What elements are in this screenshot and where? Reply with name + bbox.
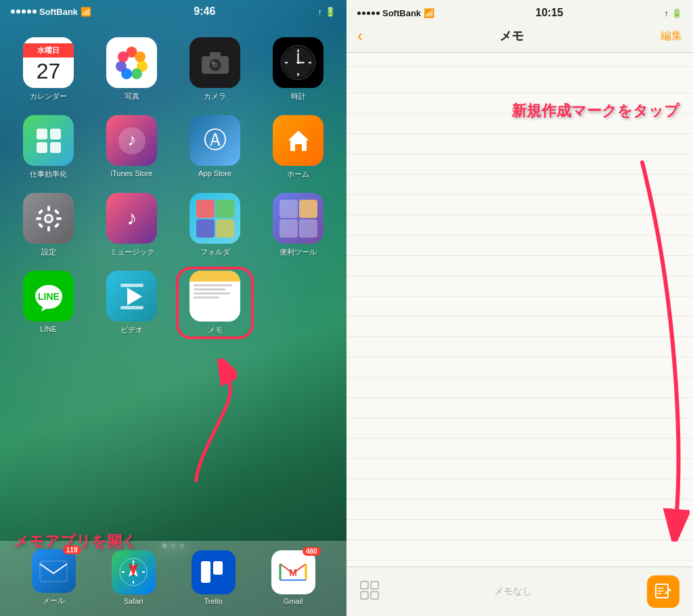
- svg-rect-62: [201, 561, 210, 583]
- svg-rect-66: [361, 581, 368, 589]
- work-icon: [23, 115, 74, 166]
- carrier-label: SoftBank: [39, 7, 78, 17]
- mail-icon: 119: [32, 549, 76, 593]
- app-folders[interactable]: フォルダ: [180, 193, 250, 257]
- svg-rect-42: [216, 200, 234, 218]
- notes-edit-button[interactable]: 編集: [661, 29, 682, 43]
- svg-rect-54: [40, 561, 67, 581]
- app-photos[interactable]: 写真: [97, 37, 166, 102]
- dock-safari[interactable]: Safari: [112, 550, 156, 605]
- camera-icon: [189, 37, 240, 88]
- svg-point-6: [118, 51, 129, 62]
- svg-rect-26: [50, 142, 61, 153]
- notes-nav-bar: ‹ メモ 編集: [346, 22, 693, 53]
- right-arrow-icon: ↑: [664, 8, 669, 18]
- app-appstore[interactable]: Ⓐ App Store: [180, 115, 250, 179]
- svg-text:LINE: LINE: [38, 291, 60, 302]
- video-label: ビデオ: [120, 325, 143, 335]
- svg-rect-41: [196, 200, 215, 218]
- notes-empty-label: メモなし: [494, 586, 532, 598]
- app-home[interactable]: ホーム: [263, 115, 333, 179]
- svg-text:M: M: [289, 567, 297, 578]
- svg-point-22: [297, 62, 300, 64]
- clock-label: 時計: [291, 91, 306, 102]
- video-icon: [106, 271, 157, 322]
- dock-gmail[interactable]: M 480 Gmail: [271, 550, 315, 605]
- app-video[interactable]: ビデオ: [97, 271, 166, 335]
- svg-rect-36: [37, 208, 43, 214]
- memo-highlight-border: [176, 267, 254, 339]
- svg-point-1: [135, 51, 146, 62]
- dock: 119 メール Safari: [0, 541, 346, 616]
- svg-rect-67: [371, 581, 378, 589]
- app-clock[interactable]: 時計: [263, 37, 333, 102]
- svg-rect-51: [120, 284, 143, 287]
- svg-rect-25: [37, 142, 47, 153]
- app-calendar[interactable]: 水曜日 27 カレンダー: [14, 37, 83, 102]
- svg-rect-68: [361, 592, 368, 599]
- svg-rect-37: [53, 208, 59, 214]
- gmail-icon: M 480: [271, 550, 315, 594]
- app-utility[interactable]: 便利ツール: [263, 193, 333, 257]
- svg-point-31: [46, 216, 51, 221]
- app-work[interactable]: 仕事効率化: [14, 115, 83, 179]
- svg-rect-23: [37, 129, 47, 139]
- notes-compose-button[interactable]: [647, 575, 679, 608]
- svg-marker-50: [127, 288, 142, 305]
- svg-rect-9: [210, 52, 221, 58]
- notes-grid-button[interactable]: [360, 581, 379, 602]
- home-icon: [273, 115, 323, 166]
- time-display: 9:46: [194, 5, 215, 18]
- line-label: LINE: [40, 325, 56, 333]
- calendar-date: 27: [37, 60, 61, 82]
- right-signal-icon: [357, 12, 380, 15]
- svg-rect-52: [120, 306, 143, 309]
- right-time: 10:15: [535, 7, 563, 19]
- settings-icon: [23, 193, 74, 244]
- svg-rect-38: [37, 222, 43, 227]
- app-settings[interactable]: 設定: [14, 193, 83, 257]
- photos-icon: [106, 37, 157, 88]
- appstore-icon: Ⓐ: [189, 115, 240, 166]
- signal-right-icon: ↑: [318, 7, 323, 17]
- svg-rect-39: [53, 222, 59, 227]
- work-label: 仕事効率化: [30, 169, 67, 179]
- photos-label: 写真: [125, 91, 139, 102]
- clock-icon: [273, 37, 323, 88]
- svg-text:♪: ♪: [127, 206, 137, 229]
- signal-icon: [11, 9, 37, 14]
- svg-rect-32: [47, 206, 50, 211]
- lined-paper: [346, 53, 693, 567]
- svg-rect-45: [280, 200, 298, 218]
- svg-point-7: [127, 58, 137, 68]
- notes-title: メモ: [499, 28, 524, 44]
- calendar-day-label: 水曜日: [23, 43, 74, 58]
- settings-label: 設定: [41, 247, 56, 257]
- itunes-label: iTunes Store: [111, 169, 153, 177]
- right-battery-icon: 🔋: [671, 8, 682, 18]
- right-status-bar: SoftBank 📶 10:15 ↑ 🔋: [346, 0, 693, 22]
- svg-point-3: [131, 68, 142, 79]
- app-grid: 水曜日 27 カレンダー 写真: [0, 24, 346, 342]
- notes-back-button[interactable]: ‹: [357, 26, 363, 45]
- grid-icon: [360, 581, 379, 600]
- svg-rect-35: [56, 217, 62, 220]
- right-battery-area: ↑ 🔋: [664, 8, 682, 18]
- music-label: ミュージック: [110, 247, 154, 257]
- trello-label: Trello: [204, 597, 222, 605]
- dock-trello[interactable]: Trello: [192, 550, 236, 605]
- app-memo[interactable]: メモ: [180, 271, 250, 335]
- app-camera[interactable]: カメラ: [180, 37, 250, 102]
- dock-mail[interactable]: 119 メール: [32, 549, 76, 606]
- app-music[interactable]: ♪ ミュージック: [97, 193, 166, 257]
- notes-content-area: [346, 53, 693, 567]
- itunes-icon: ♪: [106, 115, 157, 166]
- app-line[interactable]: LINE LINE: [14, 271, 83, 335]
- svg-rect-24: [50, 129, 61, 139]
- app-itunes[interactable]: ♪ iTunes Store: [97, 115, 166, 179]
- svg-rect-63: [213, 561, 223, 575]
- right-panel: SoftBank 📶 10:15 ↑ 🔋 ‹ メモ 編集 新規作成マークをタップ: [346, 0, 693, 616]
- calendar-label: カレンダー: [30, 91, 67, 102]
- line-icon: LINE: [23, 271, 74, 322]
- music-icon: ♪: [106, 193, 157, 244]
